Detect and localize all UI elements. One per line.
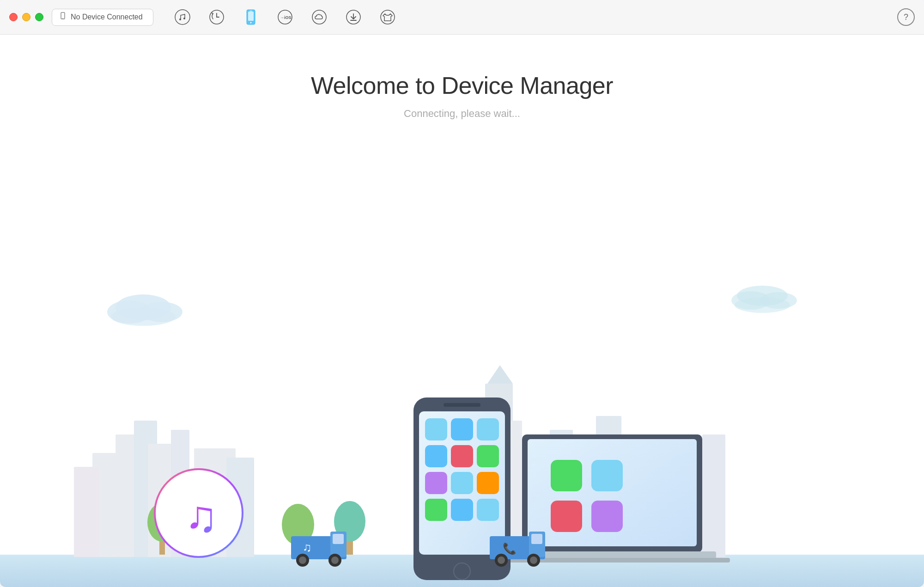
svg-rect-93 (531, 534, 542, 544)
svg-rect-69 (451, 418, 473, 440)
svg-point-87 (299, 556, 306, 564)
music-toolbar-button[interactable] (172, 6, 193, 28)
svg-point-12 (312, 10, 326, 24)
svg-marker-28 (487, 365, 513, 384)
minimize-button[interactable] (22, 13, 30, 21)
svg-rect-74 (425, 472, 447, 494)
welcome-title: Welcome to Device Manager (311, 72, 613, 99)
svg-rect-23 (74, 467, 99, 557)
svg-point-95 (498, 556, 505, 564)
backup-toolbar-button[interactable] (206, 6, 227, 28)
svg-text:→iOS: →iOS (280, 15, 292, 20)
welcome-section: Welcome to Device Manager Connecting, pl… (311, 72, 613, 120)
svg-rect-85 (333, 534, 344, 544)
svg-rect-77 (425, 499, 447, 521)
title-bar: No Device Connected (0, 0, 924, 35)
traffic-lights (9, 13, 43, 21)
svg-rect-37 (702, 434, 725, 557)
svg-point-89 (331, 556, 339, 564)
svg-point-45 (735, 297, 790, 313)
download-toolbar-button[interactable] (343, 6, 364, 28)
device-toolbar-button[interactable] (240, 6, 261, 28)
device-selector-text: No Device Connected (71, 13, 143, 21)
svg-rect-73 (477, 445, 499, 467)
svg-text:♫: ♫ (185, 492, 218, 541)
toolbar: →iOS (172, 6, 897, 28)
svg-rect-70 (477, 418, 499, 440)
device-selector[interactable]: No Device Connected (52, 9, 153, 26)
main-content: Welcome to Device Manager Connecting, pl… (0, 35, 924, 587)
transfer-ios-toolbar-button[interactable]: →iOS (274, 6, 296, 28)
svg-point-8 (250, 22, 252, 24)
svg-point-2 (175, 10, 190, 24)
device-selector-icon (59, 12, 67, 23)
svg-rect-72 (451, 445, 473, 467)
close-button[interactable] (9, 13, 18, 21)
help-icon: ? (904, 12, 908, 22)
svg-point-97 (530, 556, 537, 564)
svg-rect-7 (248, 12, 254, 21)
svg-point-16 (381, 10, 395, 24)
svg-rect-78 (451, 499, 473, 521)
help-button[interactable]: ? (897, 8, 915, 26)
svg-rect-76 (477, 472, 499, 494)
cloud-toolbar-button[interactable] (309, 6, 330, 28)
maximize-button[interactable] (35, 13, 43, 21)
welcome-subtitle: Connecting, please wait... (311, 108, 613, 120)
svg-text:♫: ♫ (303, 540, 312, 554)
svg-rect-60 (551, 501, 582, 532)
svg-text:📞: 📞 (503, 542, 517, 555)
svg-rect-59 (591, 460, 623, 491)
svg-point-41 (111, 307, 176, 326)
svg-point-4 (183, 18, 185, 19)
svg-rect-71 (425, 445, 447, 467)
svg-rect-75 (451, 472, 473, 494)
tshirt-toolbar-button[interactable] (377, 6, 398, 28)
illustration: ♫ ♫ (0, 208, 924, 587)
svg-rect-66 (444, 403, 480, 407)
svg-rect-68 (425, 418, 447, 440)
svg-rect-9 (249, 11, 252, 12)
svg-point-3 (179, 18, 181, 20)
svg-rect-79 (477, 499, 499, 521)
svg-point-1 (62, 18, 63, 18)
svg-rect-58 (551, 460, 582, 491)
svg-rect-61 (591, 501, 623, 532)
illustration-svg: ♫ ♫ (0, 208, 924, 587)
app-window: No Device Connected (0, 0, 924, 587)
